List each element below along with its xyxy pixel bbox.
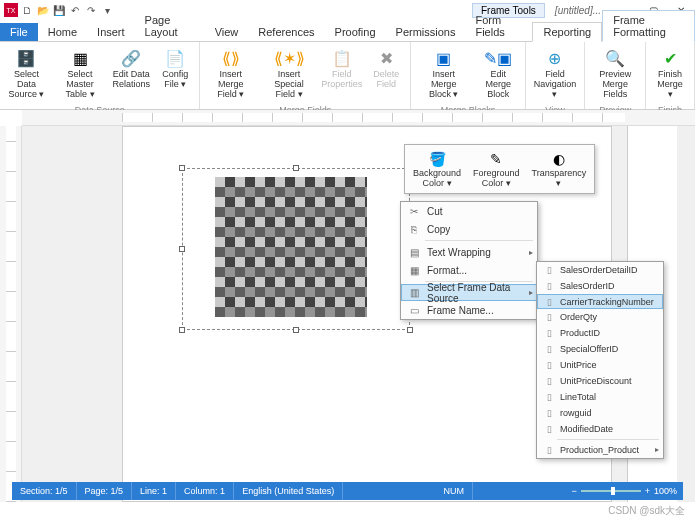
field-icon: ▯ [541, 344, 557, 354]
horizontal-ruler[interactable] [22, 110, 695, 126]
ctx-text-wrapping[interactable]: ▤Text Wrapping▸ [401, 243, 537, 261]
status-section[interactable]: Section: 1/5 [12, 482, 77, 500]
tab-proofing[interactable]: Proofing [325, 23, 386, 41]
tab-file[interactable]: File [0, 23, 38, 41]
resize-handle[interactable] [293, 327, 299, 333]
tab-view[interactable]: View [205, 23, 249, 41]
submenu-item[interactable]: ▯UnitPrice [537, 357, 663, 373]
database-icon: 🗄️ [14, 46, 38, 70]
new-icon[interactable]: 🗋 [20, 3, 34, 17]
submenu-item[interactable]: ▯SalesOrderID [537, 278, 663, 294]
ctx-copy[interactable]: ⎘Copy [401, 220, 537, 238]
submenu-label: SalesOrderID [557, 281, 659, 291]
ribbon-group-merge-fields: ⟪⟫InsertMerge Field ▾ ⟪✶⟫InsertSpecial F… [200, 42, 411, 109]
submenu-item[interactable]: ▯rowguid [537, 405, 663, 421]
field-icon: ▯ [541, 376, 557, 386]
chevron-right-icon: ▸ [529, 288, 533, 297]
ctx-cut[interactable]: ✂Cut [401, 202, 537, 220]
submenu-label: CarrierTrackingNumber [557, 297, 659, 307]
redo-icon[interactable]: ↷ [84, 3, 98, 17]
wrap-icon: ▤ [405, 247, 423, 258]
field-icon: ▯ [541, 312, 557, 322]
submenu-label: UnitPrice [557, 360, 659, 370]
zoom-value[interactable]: 100% [654, 486, 677, 496]
submenu-item[interactable]: ▯CarrierTrackingNumber [537, 294, 663, 309]
format-icon: ▦ [405, 265, 423, 276]
select-master-table-button[interactable]: ▦SelectMaster Table ▾ [53, 44, 108, 102]
copy-icon: ⎘ [405, 224, 423, 235]
transparency-button[interactable]: ◐ Transparency▾ [526, 147, 593, 191]
ribbon-group-finish: ✔FinishMerge ▾ Finish [646, 42, 695, 109]
transparency-icon: ◐ [548, 149, 570, 169]
document-canvas[interactable]: 🪣 BackgroundColor ▾ ✎ ForegroundColor ▾ … [22, 126, 695, 502]
submenu-label: ModifiedDate [557, 424, 659, 434]
submenu-item[interactable]: ▯Production_Product [537, 442, 663, 458]
zoom-control[interactable]: − + 100% [565, 486, 683, 496]
submenu-item[interactable]: ▯ModifiedDate [537, 421, 663, 437]
resize-handle[interactable] [179, 165, 185, 171]
preview-merge-fields-button[interactable]: 🔍PreviewMerge Fields [589, 44, 641, 102]
image-frame-selection[interactable] [182, 168, 410, 330]
tab-permissions[interactable]: Permissions [386, 23, 466, 41]
resize-handle[interactable] [179, 246, 185, 252]
document-title: [untitled]... [545, 5, 611, 16]
tab-references[interactable]: References [248, 23, 324, 41]
tab-page-layout[interactable]: Page Layout [135, 11, 205, 41]
save-icon[interactable]: 💾 [52, 3, 66, 17]
tab-insert[interactable]: Insert [87, 23, 135, 41]
zoom-thumb[interactable] [611, 487, 615, 495]
submenu-label: SalesOrderDetailID [557, 265, 659, 275]
submenu-item[interactable]: ▯UnitPriceDiscount [537, 373, 663, 389]
frame-name-icon: ▭ [405, 305, 423, 316]
submenu-item[interactable]: ▯SpecialOfferID [537, 341, 663, 357]
zoom-out-icon[interactable]: − [571, 486, 576, 496]
field-icon: ▯ [541, 445, 557, 455]
field-icon: ▯ [541, 297, 557, 307]
cut-icon: ✂ [405, 206, 423, 217]
status-language[interactable]: English (United States) [234, 482, 343, 500]
status-column[interactable]: Column: 1 [176, 482, 234, 500]
ctx-format[interactable]: ▦Format... [401, 261, 537, 279]
zoom-in-icon[interactable]: + [645, 486, 650, 496]
tab-form-fields[interactable]: Form Fields [465, 11, 532, 41]
resize-handle[interactable] [293, 165, 299, 171]
finish-merge-button[interactable]: ✔FinishMerge ▾ [650, 44, 690, 102]
ctx-select-frame-data-source[interactable]: ▥Select Frame Data Source▸ [401, 284, 537, 301]
tab-home[interactable]: Home [38, 23, 87, 41]
field-navigation-button[interactable]: ⊕FieldNavigation ▾ [530, 44, 581, 102]
edit-merge-block-button[interactable]: ✎▣Edit MergeBlock [476, 44, 521, 102]
delete-icon: ✖ [374, 46, 398, 70]
ribbon: 🗄️Select DataSource ▾ ▦SelectMaster Tabl… [0, 42, 695, 110]
select-data-source-button[interactable]: 🗄️Select DataSource ▾ [4, 44, 49, 102]
insert-special-field-button[interactable]: ⟪✶⟫InsertSpecial Field ▾ [261, 44, 317, 102]
vertical-ruler[interactable] [0, 126, 22, 502]
tab-reporting[interactable]: Reporting [532, 22, 602, 42]
merge-block-icon: ▣ [432, 46, 456, 70]
qat-dropdown-icon[interactable]: ▾ [100, 3, 114, 17]
resize-handle[interactable] [407, 327, 413, 333]
insert-merge-block-button[interactable]: ▣InsertMerge Block ▾ [415, 44, 472, 102]
submenu-item[interactable]: ▯OrderQty [537, 309, 663, 325]
config-file-button[interactable]: 📄ConfigFile ▾ [155, 44, 195, 92]
ctx-frame-name[interactable]: ▭Frame Name... [401, 301, 537, 319]
status-line[interactable]: Line: 1 [132, 482, 176, 500]
quick-access-toolbar: TX 🗋 📂 💾 ↶ ↷ ▾ [0, 3, 118, 17]
zoom-slider[interactable] [581, 490, 641, 492]
foreground-color-button[interactable]: ✎ ForegroundColor ▾ [467, 147, 526, 191]
submenu-label: Production_Product [557, 445, 659, 455]
undo-icon[interactable]: ↶ [68, 3, 82, 17]
resize-handle[interactable] [179, 327, 185, 333]
merge-field-icon: ⟪⟫ [219, 46, 243, 70]
config-icon: 📄 [163, 46, 187, 70]
status-page[interactable]: Page: 1/5 [77, 482, 133, 500]
submenu-item[interactable]: ▯ProductID [537, 325, 663, 341]
submenu-item[interactable]: ▯SalesOrderDetailID [537, 262, 663, 278]
insert-merge-field-button[interactable]: ⟪⟫InsertMerge Field ▾ [204, 44, 257, 102]
background-color-button[interactable]: 🪣 BackgroundColor ▾ [407, 147, 467, 191]
edit-data-relations-button[interactable]: 🔗Edit DataRelations [111, 44, 151, 92]
tab-frame-formatting[interactable]: Frame Formatting [602, 10, 695, 42]
open-icon[interactable]: 📂 [36, 3, 50, 17]
submenu-item[interactable]: ▯LineTotal [537, 389, 663, 405]
field-icon: ▯ [541, 281, 557, 291]
special-field-icon: ⟪✶⟫ [277, 46, 301, 70]
